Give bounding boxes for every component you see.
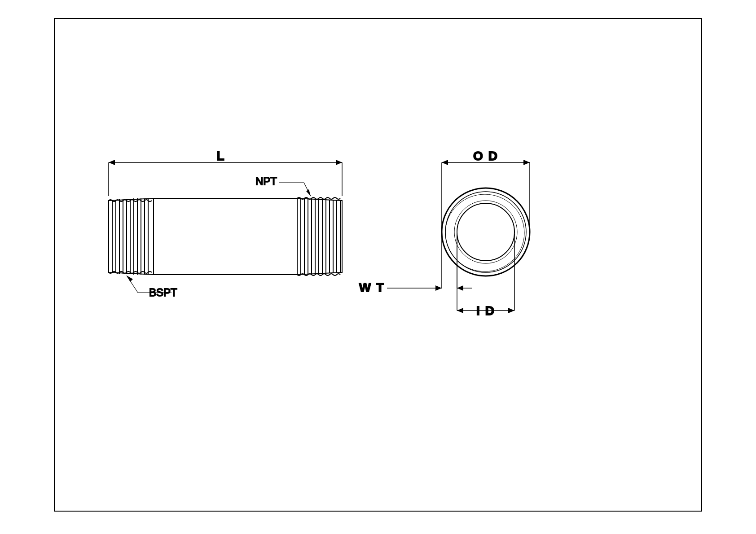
svg-rect-0 [154,198,297,275]
threads-left [109,198,154,275]
label-WT: W T [359,280,385,294]
nipple-side-view: L NPT BSPT [109,149,342,298]
leader-npt [279,183,311,196]
label-npt: NPT [255,175,277,187]
label-ID: I D [476,304,495,318]
drawing-frame: L NPT BSPT [54,18,702,512]
drawing-svg: L NPT BSPT [55,19,703,512]
svg-marker-28 [336,160,342,165]
svg-point-39 [454,201,517,263]
svg-point-38 [457,203,514,261]
svg-point-35 [442,188,530,276]
label-OD: O D [473,149,498,163]
svg-marker-43 [442,160,448,165]
svg-marker-34 [127,276,133,282]
label-L: L [216,149,225,163]
nipple-end-view: O D I D [359,149,530,318]
label-bspt: BSPT [149,286,177,298]
svg-marker-48 [457,308,463,313]
svg-marker-31 [306,189,311,196]
svg-marker-53 [435,285,442,291]
page: L NPT BSPT [0,0,756,534]
svg-marker-49 [508,308,514,313]
svg-marker-27 [109,160,115,165]
dim-OD [442,160,530,230]
svg-marker-44 [523,160,530,165]
dim-ID [457,234,514,313]
threads-right [297,197,342,276]
dim-WT [387,233,472,291]
svg-marker-55 [457,285,463,291]
